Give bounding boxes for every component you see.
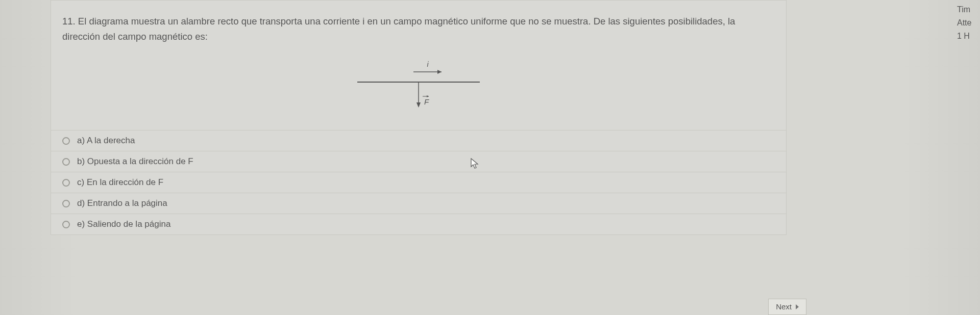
option-b[interactable]: b) Opuesta a la dirección de F	[51, 151, 786, 172]
quiz-page: 11. El diagrama muestra un alambre recto…	[0, 0, 980, 315]
option-a[interactable]: a) A la derecha	[51, 130, 786, 151]
option-d[interactable]: d) Entrando a la página	[51, 193, 786, 214]
force-label: F	[424, 97, 429, 106]
radio-icon	[62, 200, 70, 207]
question-number: 11.	[62, 16, 76, 27]
question-text: 11. El diagrama muestra un alambre recto…	[51, 1, 786, 48]
next-button-label: Next	[776, 299, 792, 314]
sidebar-info: Tim Atte 1 H	[954, 0, 980, 43]
option-c[interactable]: c) En la dirección de F	[51, 172, 786, 193]
options-list: a) A la derecha b) Opuesta a la direcció…	[51, 130, 786, 234]
radio-icon	[62, 158, 70, 166]
question-body: El diagrama muestra un alambre recto que…	[62, 16, 735, 42]
radio-icon	[62, 137, 70, 145]
svg-marker-4	[416, 102, 421, 108]
next-button[interactable]: Next	[768, 299, 806, 315]
option-label: d) Entrando a la página	[77, 198, 167, 208]
sidebar-time-value: 1 H	[957, 30, 980, 43]
radio-icon	[62, 221, 70, 228]
sidebar-time-label: Tim	[957, 3, 980, 16]
option-e[interactable]: e) Saliendo de la página	[51, 214, 786, 234]
option-label: c) En la dirección de F	[77, 177, 163, 188]
chevron-right-icon	[796, 304, 799, 309]
question-diagram: i F	[51, 48, 786, 130]
option-label: a) A la derecha	[77, 136, 135, 146]
current-label: i	[427, 60, 429, 68]
wire-force-diagram: i F	[352, 59, 485, 120]
question-card: 11. El diagrama muestra un alambre recto…	[51, 0, 787, 235]
svg-marker-1	[437, 70, 442, 74]
radio-icon	[62, 179, 70, 187]
sidebar-attempt-label: Atte	[957, 16, 980, 30]
option-label: e) Saliendo de la página	[77, 219, 170, 229]
option-label: b) Opuesta a la dirección de F	[77, 156, 193, 167]
